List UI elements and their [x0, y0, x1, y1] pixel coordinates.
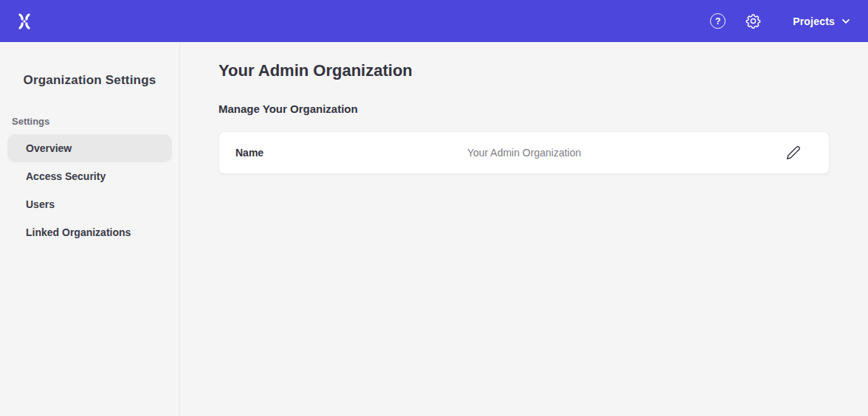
help-button[interactable]: ?: [710, 13, 726, 29]
pencil-icon: [786, 145, 801, 160]
name-value: Your Admin Organization: [264, 147, 785, 159]
sidebar-item-label: Overview: [26, 142, 72, 154]
topbar: ? Projects: [0, 0, 868, 42]
help-icon: ?: [710, 13, 726, 29]
edit-name-button[interactable]: [785, 144, 802, 162]
name-card: Name Your Admin Organization: [218, 131, 830, 174]
sidebar-title: Organization Settings: [0, 73, 179, 88]
main-content: Your Admin Organization Manage Your Orga…: [180, 42, 868, 416]
help-glyph: ?: [715, 17, 720, 26]
sidebar-item-linked-organizations[interactable]: Linked Organizations: [7, 218, 172, 246]
name-label: Name: [235, 147, 264, 159]
sidebar-item-label: Linked Organizations: [26, 226, 131, 238]
sidebar-item-label: Access Security: [26, 170, 106, 182]
projects-dropdown[interactable]: Projects: [793, 15, 850, 27]
gear-icon: [745, 13, 762, 30]
topbar-actions: ? Projects: [710, 13, 850, 30]
sidebar: Organization Settings Settings Overview …: [0, 42, 180, 416]
settings-button[interactable]: [745, 13, 762, 30]
sidebar-nav: Overview Access Security Users Linked Or…: [0, 134, 179, 246]
sidebar-item-access-security[interactable]: Access Security: [7, 162, 172, 190]
projects-label: Projects: [793, 15, 835, 27]
brand-logo[interactable]: [15, 12, 34, 31]
sidebar-item-label: Users: [26, 198, 55, 210]
sidebar-section-label: Settings: [12, 116, 179, 127]
page-title: Your Admin Organization: [218, 61, 830, 80]
sidebar-item-users[interactable]: Users: [7, 190, 172, 218]
sidebar-item-overview[interactable]: Overview: [7, 134, 172, 162]
page-body: Organization Settings Settings Overview …: [0, 42, 868, 416]
chevron-down-icon: [841, 18, 850, 24]
brand-x-icon: [15, 12, 34, 31]
section-title: Manage Your Organization: [218, 103, 830, 116]
